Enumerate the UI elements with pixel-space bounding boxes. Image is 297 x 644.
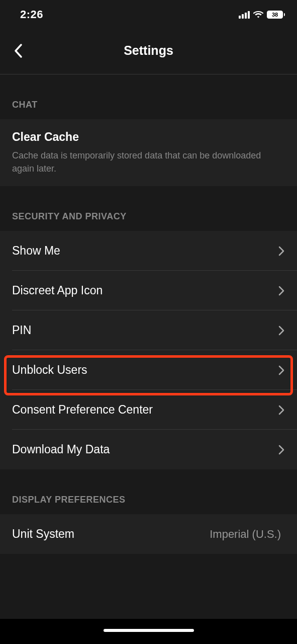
chevron-right-icon: [278, 285, 285, 297]
back-button[interactable]: [8, 41, 28, 61]
section-header-security: SECURITY AND PRIVACY: [0, 186, 297, 231]
list-item-label: Unit System: [12, 527, 74, 541]
chevron-right-icon: [278, 404, 285, 416]
chevron-right-icon: [278, 245, 285, 257]
clear-cache-desc: Cache data is temporarily stored data th…: [12, 149, 285, 175]
section-header-chat: CHAT: [0, 74, 297, 119]
display-list: Unit System Imperial (U.S.): [0, 514, 297, 554]
status-icons: 38: [239, 11, 285, 19]
download-my-data-item[interactable]: Download My Data: [0, 430, 297, 469]
wifi-icon: [253, 11, 263, 19]
list-item-label: Discreet App Icon: [12, 284, 103, 297]
content: CHAT Clear Cache Cache data is temporari…: [0, 74, 297, 554]
chevron-right-icon: [278, 364, 285, 376]
list-item-label: Show Me: [12, 244, 60, 258]
list-item-label: Unblock Users: [12, 363, 87, 377]
page-header: Settings: [0, 27, 297, 74]
chevron-right-icon: [278, 325, 285, 337]
page-title: Settings: [124, 43, 173, 58]
list-item-label: Download My Data: [12, 443, 110, 456]
status-time: 2:26: [20, 8, 43, 21]
status-bar: 2:26 38: [0, 0, 297, 27]
clear-cache-title: Clear Cache: [12, 130, 285, 144]
unit-system-item[interactable]: Unit System Imperial (U.S.): [0, 514, 297, 554]
battery-level: 38: [272, 12, 278, 18]
home-indicator[interactable]: [104, 629, 194, 632]
clear-cache-item[interactable]: Clear Cache Cache data is temporarily st…: [0, 119, 297, 186]
unit-system-value: Imperial (U.S.): [210, 528, 281, 541]
unblock-users-item[interactable]: Unblock Users: [0, 350, 297, 390]
pin-item[interactable]: PIN: [0, 310, 297, 350]
list-item-label: PIN: [12, 324, 31, 337]
list-item-label: Consent Preference Center: [12, 403, 153, 417]
chevron-right-icon: [278, 444, 285, 456]
section-header-display: DISPLAY PREFERENCES: [0, 469, 297, 514]
discreet-app-icon-item[interactable]: Discreet App Icon: [0, 271, 297, 310]
cellular-signal-icon: [239, 11, 250, 19]
show-me-item[interactable]: Show Me: [0, 231, 297, 271]
chevron-left-icon: [14, 43, 23, 58]
battery-icon: 38: [267, 11, 285, 19]
bottom-bar: [0, 619, 297, 644]
consent-preference-center-item[interactable]: Consent Preference Center: [0, 390, 297, 430]
security-list: Show Me Discreet App Icon PIN Unblock Us…: [0, 231, 297, 469]
